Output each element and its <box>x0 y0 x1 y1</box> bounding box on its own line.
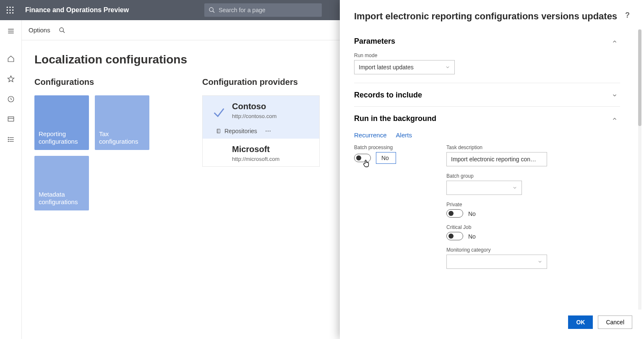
flyout-title: Import electronic reporting configuratio… <box>354 11 617 22</box>
monitoring-category-label: Monitoring category <box>446 247 620 253</box>
svg-point-6 <box>7 12 8 13</box>
provider-url: http://contoso.com <box>232 113 313 119</box>
module-icon[interactable] <box>3 111 19 128</box>
critical-job-label: Critical Job <box>446 224 620 230</box>
svg-point-28 <box>269 131 270 131</box>
tile-metadata-configurations[interactable]: Metadata configurations <box>34 156 89 210</box>
svg-point-24 <box>60 28 63 32</box>
chevron-up-icon <box>612 39 618 45</box>
help-icon[interactable]: ? <box>625 11 630 20</box>
hamburger-icon[interactable] <box>3 23 19 39</box>
app-title: Finance and Operations Preview <box>25 6 129 14</box>
svg-point-1 <box>9 7 10 8</box>
import-configurations-flyout: Import electronic reporting configuratio… <box>340 0 644 339</box>
tile-reporting-configurations[interactable]: Reporting configurations <box>34 95 89 150</box>
private-label: Private <box>446 202 620 208</box>
chevron-down-icon <box>512 185 517 190</box>
clock-icon[interactable] <box>3 91 19 108</box>
svg-point-0 <box>7 7 8 8</box>
monitoring-category-select[interactable] <box>446 255 547 269</box>
batch-group-label: Batch group <box>446 173 620 179</box>
chevron-up-icon <box>612 116 618 122</box>
private-value: No <box>468 210 476 217</box>
section-background-header[interactable]: Run in the background <box>354 107 620 130</box>
provider-microsoft[interactable]: Microsoft http://microsoft.com <box>203 139 319 166</box>
critical-job-value: No <box>468 232 476 240</box>
search-icon <box>209 7 215 13</box>
task-description-input[interactable]: Import electronic reporting con… <box>446 152 547 166</box>
batch-processing-toggle[interactable] <box>354 154 371 162</box>
section-parameters-header[interactable]: Parameters <box>354 29 620 53</box>
check-icon <box>212 105 226 119</box>
providers-heading: Configuration providers <box>202 77 320 87</box>
svg-rect-16 <box>8 117 14 121</box>
app-launcher[interactable] <box>0 0 20 20</box>
page-search-icon[interactable] <box>59 27 65 34</box>
provider-more-icon[interactable] <box>265 128 271 134</box>
chevron-down-icon <box>445 65 450 70</box>
svg-point-5 <box>12 9 13 11</box>
svg-marker-14 <box>8 76 14 82</box>
batch-processing-value: No <box>376 152 396 164</box>
home-icon[interactable] <box>3 50 19 67</box>
section-records-header[interactable]: Records to include <box>354 83 620 106</box>
recurrence-link[interactable]: Recurrence <box>354 131 387 139</box>
svg-point-26 <box>266 131 266 131</box>
svg-point-22 <box>8 139 9 140</box>
private-toggle[interactable] <box>446 209 463 218</box>
svg-line-25 <box>63 31 65 33</box>
batch-group-select[interactable] <box>446 181 522 195</box>
chevron-down-icon <box>612 92 618 98</box>
options-menu[interactable]: Options <box>29 26 50 34</box>
list-icon[interactable] <box>3 131 19 148</box>
svg-line-10 <box>213 11 214 13</box>
provider-contoso[interactable]: Contoso http://contoso.com Repositories <box>203 96 319 139</box>
scrollbar-thumb[interactable] <box>638 29 641 126</box>
svg-point-21 <box>8 137 9 138</box>
batch-processing-label: Batch processing <box>354 145 396 150</box>
svg-point-4 <box>9 9 10 11</box>
provider-name: Microsoft <box>232 145 313 154</box>
global-search[interactable] <box>204 3 322 17</box>
svg-point-8 <box>12 12 13 13</box>
cancel-button[interactable]: Cancel <box>598 315 632 329</box>
svg-point-2 <box>12 7 13 8</box>
run-mode-label: Run mode <box>354 53 620 58</box>
star-icon[interactable] <box>3 71 19 87</box>
svg-point-3 <box>7 9 8 11</box>
svg-point-23 <box>8 141 9 142</box>
critical-job-toggle[interactable] <box>446 232 463 240</box>
tile-tax-configurations[interactable]: Tax configurations <box>95 95 149 150</box>
svg-point-27 <box>268 131 269 131</box>
svg-point-9 <box>209 8 213 11</box>
ok-button[interactable]: OK <box>568 315 593 329</box>
repositories-link[interactable]: Repositories <box>216 128 257 134</box>
chevron-down-icon <box>537 259 542 264</box>
configurations-heading: Configurations <box>34 77 160 87</box>
run-mode-select[interactable]: Import latest updates <box>354 60 455 74</box>
svg-point-7 <box>9 12 10 13</box>
global-search-input[interactable] <box>219 7 318 13</box>
provider-url: http://microsoft.com <box>232 156 313 162</box>
alerts-link[interactable]: Alerts <box>396 131 412 139</box>
provider-name: Contoso <box>232 102 313 111</box>
task-description-label: Task description <box>446 145 620 150</box>
